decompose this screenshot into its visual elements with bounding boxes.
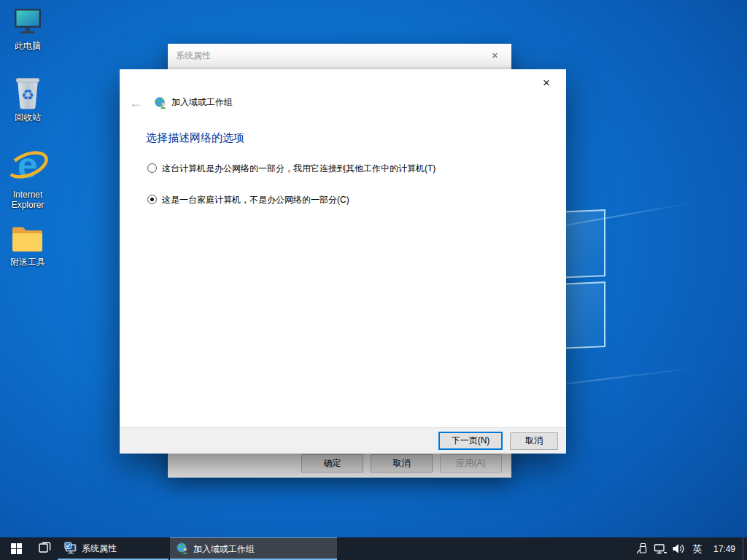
join-domain-wizard-dialog: × ← 加入域或工作组 选择描述网络的选项 这台计算机是办公网络的一部分，我用它…: [120, 69, 566, 454]
domain-globe-icon: [155, 97, 166, 109]
desktop-icon-label: 此电脑: [3, 41, 53, 51]
radio-unchecked-icon[interactable]: [147, 163, 157, 173]
ime-language-indicator[interactable]: 英: [689, 542, 706, 556]
desktop-icon-tools-folder[interactable]: 附送工具: [3, 223, 53, 267]
show-desktop-button[interactable]: [743, 537, 747, 560]
desktop-icon-internet-explorer[interactable]: e Internet Explorer: [3, 146, 53, 210]
radio-option-label: 这台计算机是办公网络的一部分，我用它连接到其他工作中的计算机(T): [162, 163, 436, 174]
desktop-icon-this-pc[interactable]: 此电脑: [3, 6, 53, 51]
desktop-icon-label: 回收站: [3, 112, 53, 122]
close-icon[interactable]: ×: [533, 73, 560, 93]
wizard-heading: 选择描述网络的选项: [146, 131, 244, 145]
volume-icon[interactable]: [670, 537, 686, 560]
window-title: 系统属性: [176, 50, 211, 62]
folder-icon: [3, 223, 53, 254]
usb-eject-icon[interactable]: [634, 537, 650, 560]
wizard-footer: 下一页(N) 取消: [120, 427, 566, 454]
task-view-icon: [39, 542, 51, 556]
radio-option-home-computer[interactable]: 这是一台家庭计算机，不是办公网络的一部分(C): [147, 194, 349, 206]
desktop-icon-recycle-bin[interactable]: ♻ 回收站: [3, 76, 53, 122]
desktop-icon-label: 附送工具: [3, 257, 53, 267]
taskbar: 系统属性 加入域或工作组: [0, 537, 747, 560]
taskbar-item-join-domain[interactable]: 加入域或工作组: [170, 537, 337, 560]
wizard-title: 加入域或工作组: [171, 96, 233, 109]
taskbar-item-system-properties[interactable]: 系统属性: [58, 537, 169, 560]
this-pc-icon: [3, 6, 53, 38]
system-properties-titlebar[interactable]: 系统属性: [168, 44, 511, 67]
windows-logo-icon: [11, 543, 22, 554]
radio-option-office-network[interactable]: 这台计算机是办公网络的一部分，我用它连接到其他工作中的计算机(T): [147, 163, 436, 174]
cancel-button[interactable]: 取消: [371, 454, 433, 472]
taskbar-item-label: 加入域或工作组: [193, 543, 255, 556]
internet-explorer-icon: e: [3, 146, 53, 187]
system-tray: 英 17:49: [634, 537, 747, 560]
radio-checked-icon[interactable]: [147, 195, 157, 204]
svg-text:♻: ♻: [21, 86, 34, 104]
taskbar-clock[interactable]: 17:49: [708, 544, 740, 554]
desktop-icon-label: Internet Explorer: [3, 190, 53, 210]
back-icon[interactable]: ←: [129, 97, 142, 109]
start-button[interactable]: [0, 537, 32, 560]
network-icon[interactable]: [652, 537, 668, 560]
wizard-header: ← 加入域或工作组: [129, 96, 233, 109]
ok-button[interactable]: 确定: [301, 454, 363, 472]
taskbar-spacer: [337, 537, 634, 560]
domain-globe-icon: [177, 542, 188, 556]
task-view-button[interactable]: [32, 537, 57, 560]
taskbar-item-label: 系统属性: [82, 542, 117, 555]
apply-button: 应用(A): [440, 454, 502, 472]
recycle-bin-icon: ♻: [3, 76, 53, 109]
next-button[interactable]: 下一页(N): [438, 432, 503, 450]
cancel-button[interactable]: 取消: [510, 432, 558, 450]
system-properties-icon: [64, 542, 77, 556]
close-icon[interactable]: ×: [479, 44, 511, 66]
radio-option-label: 这是一台家庭计算机，不是办公网络的一部分(C): [162, 194, 349, 206]
